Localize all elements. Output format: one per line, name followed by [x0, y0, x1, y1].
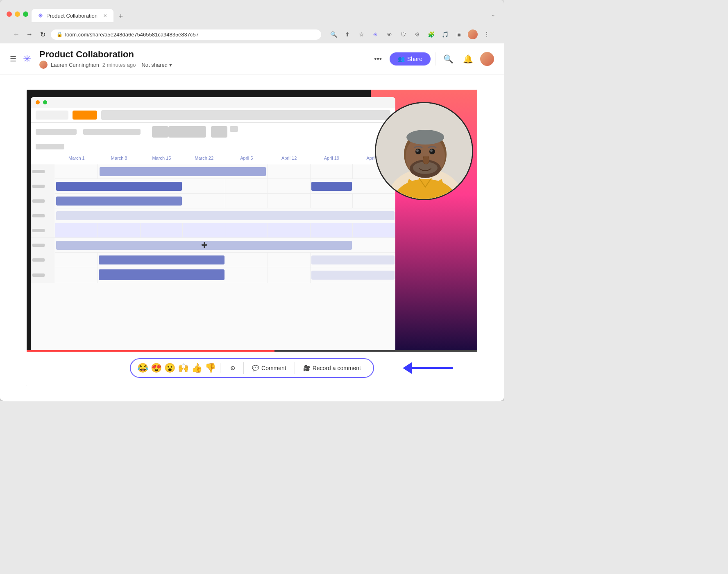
- window-menu-icon[interactable]: ⌄: [490, 10, 497, 18]
- search-button[interactable]: 🔍: [441, 52, 456, 66]
- emoji-thumbs-up[interactable]: 👍: [191, 363, 202, 373]
- cal-month-6: April 19: [311, 154, 353, 162]
- new-tab-button[interactable]: +: [115, 11, 127, 22]
- action-divider: [243, 362, 244, 374]
- address-bar-row: ← → ↻ 🔒 loom.com/share/a5e248da6e7546558…: [7, 26, 497, 43]
- settings-icon[interactable]: ⚙: [411, 29, 423, 40]
- cal-cell-2-2: [225, 179, 268, 194]
- cal-cell-6-span: ✛: [55, 238, 353, 253]
- record-comment-button[interactable]: 🎥 Record a comment: [297, 362, 367, 374]
- cal-cell-5-1: [55, 223, 98, 237]
- profile-browser-avatar[interactable]: [467, 29, 479, 40]
- action-divider-2: [295, 362, 295, 374]
- loom-logo: ✳: [23, 53, 31, 65]
- hamburger-icon[interactable]: ☰: [10, 54, 16, 63]
- cal-label-5: [31, 223, 55, 237]
- cal-cell-8-span: [98, 267, 225, 283]
- maximize-button[interactable]: [23, 11, 28, 17]
- cal-cell-5-6: [268, 223, 311, 237]
- screen-ph-2: [83, 129, 141, 135]
- record-icon: 🎥: [303, 365, 310, 371]
- back-button[interactable]: ←: [11, 29, 21, 39]
- tab-loom-icon: ✳: [38, 12, 43, 19]
- svg-point-11: [430, 149, 433, 152]
- active-tab[interactable]: ✳ Product Collaboration ✕: [32, 9, 113, 22]
- minimize-button[interactable]: [15, 11, 20, 17]
- puzzle-icon[interactable]: 🧩: [425, 29, 437, 40]
- cal-month-5: April 12: [268, 154, 311, 162]
- user-avatar[interactable]: [480, 52, 494, 66]
- emoji-thumbs-down[interactable]: 👎: [205, 363, 216, 373]
- cal-cell-7-4: [311, 253, 396, 267]
- browser-titlebar: ✳ Product Collaboration ✕ + ⌄ ← → ↻ 🔒 lo…: [0, 0, 504, 43]
- calendar-grid: March 1 March 8 March 15 March 22 April …: [31, 152, 395, 352]
- notification-button[interactable]: 🔔: [460, 52, 475, 66]
- screen-ph-small: [36, 144, 64, 149]
- cal-label-7: [31, 253, 55, 267]
- screen-ph-1: [36, 129, 77, 135]
- cal-row-8: [31, 267, 395, 282]
- more-options-button[interactable]: •••: [372, 52, 385, 66]
- cal-month-3: March 22: [183, 154, 225, 162]
- cal-month-2: March 15: [141, 154, 183, 162]
- screen-btn-1: [152, 126, 168, 138]
- header-meta: Lauren Cunningham 2 minutes ago Not shar…: [39, 61, 365, 69]
- close-button[interactable]: [7, 11, 12, 17]
- cal-cell-1-span: [98, 164, 268, 179]
- browser-actions: 🔍 ⬆ ☆ ✳ 👁 🛡 ⚙ 🧩 🎵 ▣ ⋮: [328, 29, 492, 40]
- screen-btn-5: [211, 126, 227, 138]
- tab-title: Product Collaboration: [46, 13, 98, 19]
- menu-dots-icon[interactable]: ⋮: [481, 29, 492, 40]
- comment-label: Comment: [261, 365, 286, 371]
- tab-close-button[interactable]: ✕: [103, 13, 107, 18]
- emoji-laugh[interactable]: 😂: [137, 363, 148, 373]
- sharing-badge[interactable]: Not shared ▾: [139, 61, 175, 69]
- sharing-chevron: ▾: [169, 62, 172, 68]
- screen-tab-active: [36, 111, 68, 120]
- comment-toolbar: 😂 😍 😮 🙌 👍 👎 ⊙: [130, 358, 374, 378]
- cal-label-8: [31, 267, 55, 283]
- split-view-icon[interactable]: ▣: [453, 29, 465, 40]
- screen-toolbar: [31, 108, 395, 123]
- screen-ph-4: [230, 126, 238, 132]
- screen-titlebar: [31, 97, 395, 108]
- giphy-icon: ⊙: [230, 365, 235, 371]
- emoji-raise-hands[interactable]: 🙌: [178, 363, 189, 373]
- ext-icon-3[interactable]: 🛡: [397, 29, 409, 40]
- webcam-overlay: [375, 102, 473, 200]
- comment-bar: 😂 😍 😮 🙌 👍 👎 ⊙: [27, 352, 477, 386]
- record-label: Record a comment: [313, 365, 361, 371]
- giphy-button[interactable]: ⊙: [225, 362, 241, 374]
- cal-row-6: ✛: [31, 238, 395, 253]
- ext-icon-2[interactable]: 👁: [383, 29, 395, 40]
- refresh-button[interactable]: ↻: [38, 29, 48, 39]
- video-container[interactable]: March 1 March 8 March 15 March 22 April …: [27, 90, 477, 386]
- bookmark-icon[interactable]: ☆: [356, 29, 367, 40]
- share-button[interactable]: 👥 Share: [390, 52, 431, 66]
- reaction-divider: [220, 363, 220, 373]
- svg-point-12: [406, 130, 444, 145]
- emoji-heart[interactable]: 😍: [151, 363, 162, 373]
- cal-cell-5-5: [225, 223, 268, 237]
- cal-cell-4-span: [55, 208, 395, 223]
- loom-ext-icon[interactable]: ✳: [370, 29, 381, 40]
- share-button-label: Share: [407, 56, 422, 62]
- address-text: loom.com/share/a5e248da6e75465581ca94835…: [65, 32, 199, 38]
- search-browser-icon[interactable]: 🔍: [328, 29, 339, 40]
- cal-row-3: [31, 194, 395, 208]
- header-divider: [435, 52, 436, 66]
- header-actions: ••• 👥 Share 🔍 🔔: [372, 52, 494, 66]
- cal-month-4: April 5: [225, 154, 268, 162]
- video-progress-bar[interactable]: [27, 350, 477, 352]
- timestamp: 2 minutes ago: [102, 62, 136, 68]
- emoji-wow[interactable]: 😮: [164, 363, 175, 373]
- app-content: ☰ ✳ Product Collaboration Lauren Cunning…: [0, 43, 504, 401]
- address-field[interactable]: 🔒 loom.com/share/a5e248da6e75465581ca948…: [51, 29, 321, 40]
- cal-row-5: [31, 223, 395, 238]
- forward-button[interactable]: →: [25, 29, 34, 39]
- media-icon[interactable]: 🎵: [439, 29, 451, 40]
- comment-button[interactable]: 💬 Comment: [246, 362, 292, 374]
- download-icon[interactable]: ⬆: [342, 29, 353, 40]
- cal-cell-5-4: [183, 223, 225, 237]
- arrow-head: [403, 362, 412, 374]
